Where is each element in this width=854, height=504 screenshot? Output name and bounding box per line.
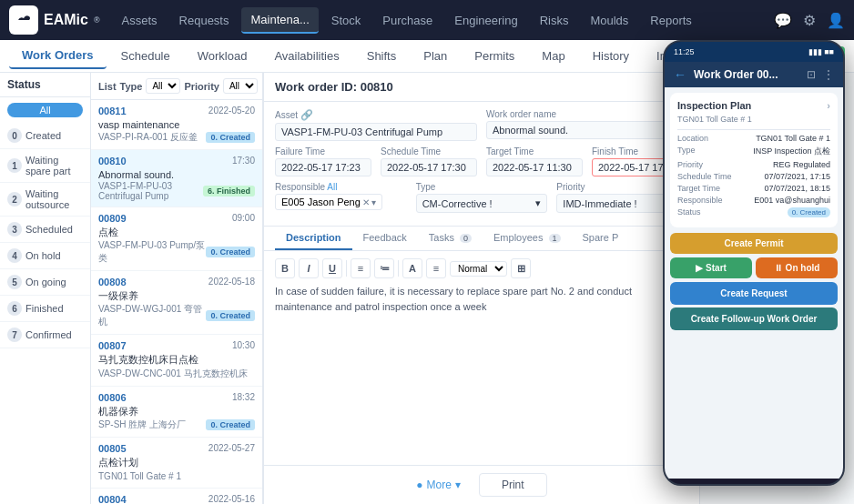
editor-toolbar: B I U ≡ ≔ A ≡ Normal ⊞ <box>275 258 688 278</box>
wo-id: 00809 <box>98 213 127 224</box>
status-waiting-spare[interactable]: 1 Waiting spare part <box>0 149 90 183</box>
print-button[interactable]: Print <box>479 473 547 497</box>
more-button[interactable]: ● More ▾ <box>416 479 461 491</box>
mobile-inspection-card: Inspection Plan › TGN01 Toll Gate # 1 Lo… <box>670 93 838 227</box>
align-right-button[interactable]: ≡ <box>426 258 446 278</box>
wo-title: 点检计划 <box>98 457 138 468</box>
nav-assets[interactable]: Assets <box>113 8 167 33</box>
mobile-share-icon[interactable]: ⊡ <box>807 68 816 81</box>
mobile-menu-icon[interactable]: ⋮ <box>823 68 834 81</box>
subnav-history[interactable]: History <box>580 44 642 68</box>
create-followup-button[interactable]: Create Follow-up Work Order <box>670 307 838 330</box>
subnav-schedule[interactable]: Schedule <box>108 44 183 68</box>
nav-requests[interactable]: Requests <box>170 8 239 33</box>
nav-reports[interactable]: Reports <box>641 8 701 33</box>
subnav-shifts[interactable]: Shifts <box>354 44 410 68</box>
wo-item[interactable]: 00805 2022-05-27 点检计划 TGN01 Toll Gate # … <box>91 438 262 489</box>
subnav-workload[interactable]: Workload <box>185 44 260 68</box>
status-all-button[interactable]: All <box>7 103 83 117</box>
target-value[interactable]: 2022-05-17 11:30 <box>486 158 583 176</box>
wo-asset: VASP-DW-CNC-001 马扎克数控机床 <box>98 368 248 378</box>
external-link-icon[interactable]: 🔗 <box>300 109 313 120</box>
ordered-list-button[interactable]: ≔ <box>374 258 394 278</box>
wo-name-value[interactable]: Abnormal sound. <box>486 121 688 139</box>
editor-content[interactable]: In case of sudden failure, it is necessa… <box>275 284 688 314</box>
status-label: Scheduled <box>25 224 73 235</box>
tab-tasks[interactable]: Tasks 0 <box>418 227 483 250</box>
wo-list-header: List Type All Priority All ▼ <box>91 73 262 100</box>
schedule-value[interactable]: 2022-05-17 17:30 <box>381 158 477 176</box>
dropdown-icon[interactable]: ▾ <box>371 197 376 207</box>
user-icon[interactable]: 👤 <box>827 12 845 29</box>
insert-button[interactable]: ⊞ <box>511 258 531 278</box>
status-waiting-outsource[interactable]: 2 Waiting outsource <box>0 183 90 217</box>
status-confirmed[interactable]: 7 Confirmed <box>0 322 90 348</box>
status-created[interactable]: 0 Created <box>0 123 90 149</box>
tab-employees[interactable]: Employees 1 <box>483 227 572 250</box>
type-select[interactable]: CM-Corrective ! ▾ <box>416 194 548 213</box>
mobile-schedule-field: Schedule Time 07/07/2021, 17:15 <box>677 172 830 181</box>
status-onhold[interactable]: 4 On hold <box>0 243 90 269</box>
wo-item[interactable]: 00804 2022-05-16 点检 VASP-FM-PU-03 Pump/泵… <box>91 489 262 504</box>
create-permit-button[interactable]: Create Permit <box>670 233 838 254</box>
subnav-permits[interactable]: Permits <box>462 44 527 68</box>
chat-icon[interactable]: 💬 <box>774 12 792 29</box>
wo-date: 2022-05-16 <box>208 494 255 504</box>
nav-purchase[interactable]: Purchase <box>373 8 442 33</box>
nav-risks[interactable]: Risks <box>531 8 578 33</box>
app-logo[interactable]: EAMic® <box>9 5 100 35</box>
wo-date: 2022-05-18 <box>208 277 255 287</box>
status-scheduled[interactable]: 3 Scheduled <box>0 217 90 243</box>
italic-button[interactable]: I <box>299 258 319 278</box>
mobile-back-button[interactable]: ← <box>674 67 686 82</box>
on-hold-button[interactable]: ⏸ On hold <box>756 257 838 278</box>
responsible-tag[interactable]: E005 Jason Peng ✕ ▾ <box>275 194 382 210</box>
logo-icon <box>9 5 38 35</box>
wo-time: 09:00 <box>232 213 255 223</box>
more-icon: ● <box>416 479 422 491</box>
nav-moulds[interactable]: Moulds <box>581 8 637 33</box>
mobile-header: ← Work Order 00... ⊡ ⋮ <box>665 62 843 87</box>
mobile-card-chevron-icon[interactable]: › <box>827 100 830 111</box>
wo-item[interactable]: 00811 2022-05-20 vasp maintenance VASP-P… <box>91 100 262 150</box>
subnav-work-orders[interactable]: Work Orders <box>9 43 107 69</box>
asset-label: Asset 🔗 <box>275 109 477 121</box>
priority-label: Priority <box>184 81 219 92</box>
status-ongoing[interactable]: 5 On going <box>0 269 90 296</box>
wo-item[interactable]: 00810 17:30 Abnormal sound. VASP1-FM-PU-… <box>91 150 262 207</box>
tab-feedback[interactable]: Feedback <box>352 227 418 250</box>
list-button[interactable]: ≡ <box>351 258 371 278</box>
nav-maintenance[interactable]: Maintena... <box>241 7 318 34</box>
create-request-button[interactable]: Create Request <box>670 282 838 305</box>
failure-value[interactable]: 2022-05-17 17:23 <box>275 158 371 176</box>
wo-item[interactable]: 00808 2022-05-18 一级保养 VASP-DW-WGJ-001 弯管… <box>91 271 262 335</box>
align-button[interactable]: A <box>402 258 422 278</box>
bold-button[interactable]: B <box>275 258 295 278</box>
subnav-plan[interactable]: Plan <box>411 44 460 68</box>
start-button[interactable]: ▶ Start <box>670 257 752 278</box>
underline-button[interactable]: U <box>322 258 342 278</box>
tab-spare-parts[interactable]: Spare P <box>572 227 630 250</box>
nav-stock[interactable]: Stock <box>322 8 371 33</box>
wo-item[interactable]: 00809 09:00 点检 VASP-FM-PU-03 Pump/泵类 0. … <box>91 207 262 271</box>
nav-engineering[interactable]: Engineering <box>445 8 526 33</box>
wo-status-badge: 0. Created <box>206 247 255 257</box>
asset-value[interactable]: VASP1-FM-PU-03 Centrifugal Pump <box>275 123 477 141</box>
wo-item[interactable]: 00807 10:30 马扎克数控机床日点检 VASP-DW-CNC-001 马… <box>91 335 262 387</box>
wo-item[interactable]: 00806 18:32 机器保养 SP-SH 胜牌 上海分厂 0. Create… <box>91 387 262 438</box>
tab-description[interactable]: Description <box>275 227 352 250</box>
font-size-select[interactable]: Normal <box>450 261 507 277</box>
filter-icon[interactable]: ▼ <box>261 81 263 92</box>
wo-status-badge: 0. Created <box>206 132 255 143</box>
left-panel: Status All 0 Created 1 Waiting spare par… <box>0 73 264 504</box>
status-finished[interactable]: 6 Finished <box>0 296 90 322</box>
remove-responsible-icon[interactable]: ✕ <box>362 197 370 207</box>
priority-filter[interactable]: All <box>223 78 258 94</box>
subnav-map[interactable]: Map <box>529 44 577 68</box>
toolbar-divider <box>346 260 347 277</box>
settings-icon[interactable]: ⚙ <box>803 12 816 29</box>
subnav-availabilities[interactable]: Availabilities <box>261 44 351 68</box>
employees-count-badge: 1 <box>549 234 561 243</box>
type-filter[interactable]: All <box>146 78 180 94</box>
tasks-count-badge: 0 <box>460 234 472 243</box>
